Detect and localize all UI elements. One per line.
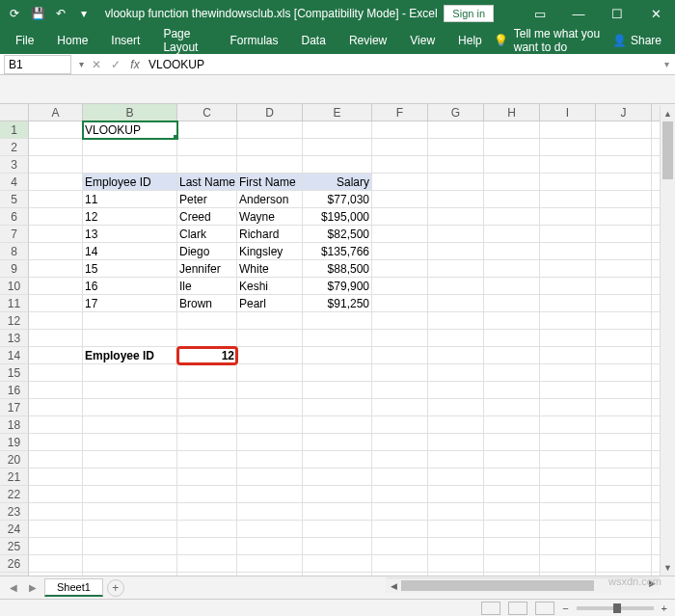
cell-D16[interactable] bbox=[237, 382, 303, 399]
row-header-24[interactable]: 24 bbox=[0, 521, 29, 538]
expand-formula-icon[interactable]: ▾ bbox=[658, 59, 675, 69]
cell-B11[interactable]: 17 bbox=[83, 295, 177, 312]
cell-C16[interactable] bbox=[177, 382, 237, 399]
cell-F13[interactable] bbox=[372, 330, 428, 347]
cell-A19[interactable] bbox=[29, 434, 83, 451]
close-button[interactable]: ✕ bbox=[636, 0, 675, 27]
cell-A8[interactable] bbox=[29, 243, 83, 260]
page-layout-view-icon[interactable] bbox=[508, 602, 527, 615]
cell-H3[interactable] bbox=[484, 156, 540, 174]
cell-A25[interactable] bbox=[29, 538, 83, 555]
cell-A7[interactable] bbox=[29, 226, 83, 243]
cell-B12[interactable] bbox=[83, 312, 177, 330]
cell-E14[interactable] bbox=[303, 347, 372, 364]
cancel-icon[interactable]: ✕ bbox=[87, 58, 106, 71]
sheet-tab[interactable]: Sheet1 bbox=[44, 578, 103, 597]
formula-input[interactable]: VLOOKUP bbox=[145, 58, 658, 71]
cell-C4[interactable]: Last Name bbox=[177, 174, 237, 191]
cell-F26[interactable] bbox=[372, 555, 428, 573]
cell-A2[interactable] bbox=[29, 139, 83, 156]
cell-G2[interactable] bbox=[428, 139, 484, 156]
scroll-left-icon[interactable]: ◀ bbox=[386, 581, 401, 591]
cell-C14[interactable]: 12 bbox=[177, 347, 237, 364]
cell-G1[interactable] bbox=[428, 121, 484, 139]
cell-A14[interactable] bbox=[29, 347, 83, 364]
cell-I27[interactable] bbox=[540, 573, 596, 576]
row-header-1[interactable]: 1 bbox=[0, 121, 29, 139]
cell-J12[interactable] bbox=[596, 312, 652, 330]
row-header-20[interactable]: 20 bbox=[0, 451, 29, 469]
cell-B22[interactable] bbox=[83, 486, 177, 503]
cell-F21[interactable] bbox=[372, 469, 428, 486]
cell-I20[interactable] bbox=[540, 451, 596, 469]
page-break-view-icon[interactable] bbox=[535, 602, 554, 615]
cell-D19[interactable] bbox=[237, 434, 303, 451]
row-header-16[interactable]: 16 bbox=[0, 382, 29, 399]
cell-J8[interactable] bbox=[596, 243, 652, 260]
cell-J2[interactable] bbox=[596, 139, 652, 156]
cell-H27[interactable] bbox=[484, 573, 540, 576]
cell-E7[interactable]: $82,500 bbox=[303, 226, 372, 243]
hscroll-thumb[interactable] bbox=[401, 580, 594, 591]
cell-D27[interactable] bbox=[237, 573, 303, 576]
cell-C3[interactable] bbox=[177, 156, 237, 174]
cell-I2[interactable] bbox=[540, 139, 596, 156]
cell-C25[interactable] bbox=[177, 538, 237, 555]
cell-C5[interactable]: Peter bbox=[177, 191, 237, 208]
cell-D4[interactable]: First Name bbox=[237, 174, 303, 191]
row-header-12[interactable]: 12 bbox=[0, 312, 29, 330]
row-header-15[interactable]: 15 bbox=[0, 364, 29, 382]
cell-I9[interactable] bbox=[540, 260, 596, 278]
cell-C21[interactable] bbox=[177, 469, 237, 486]
row-header-6[interactable]: 6 bbox=[0, 208, 29, 226]
cell-F1[interactable] bbox=[372, 121, 428, 139]
row-header-10[interactable]: 10 bbox=[0, 278, 29, 295]
ribbon-options-icon[interactable]: ▭ bbox=[521, 0, 559, 27]
cell-A26[interactable] bbox=[29, 555, 83, 573]
cell-F17[interactable] bbox=[372, 399, 428, 416]
cell-J15[interactable] bbox=[596, 364, 652, 382]
add-sheet-button[interactable]: + bbox=[107, 579, 124, 597]
cell-G13[interactable] bbox=[428, 330, 484, 347]
cell-I18[interactable] bbox=[540, 416, 596, 434]
redo-icon[interactable]: ▾ bbox=[75, 5, 93, 22]
cell-F18[interactable] bbox=[372, 416, 428, 434]
cell-B19[interactable] bbox=[83, 434, 177, 451]
row-header-9[interactable]: 9 bbox=[0, 260, 29, 278]
cell-A23[interactable] bbox=[29, 503, 83, 521]
cell-H6[interactable] bbox=[484, 208, 540, 226]
tab-page-layout[interactable]: Page Layout bbox=[151, 27, 218, 54]
cell-C23[interactable] bbox=[177, 503, 237, 521]
share-button[interactable]: 👤 Share bbox=[603, 34, 671, 47]
cell-J17[interactable] bbox=[596, 399, 652, 416]
row-header-25[interactable]: 25 bbox=[0, 538, 29, 555]
tell-me-box[interactable]: 💡 Tell me what you want to do bbox=[494, 27, 603, 54]
cell-I15[interactable] bbox=[540, 364, 596, 382]
zoom-in-icon[interactable]: + bbox=[662, 603, 667, 614]
cell-C18[interactable] bbox=[177, 416, 237, 434]
cell-G15[interactable] bbox=[428, 364, 484, 382]
cell-J7[interactable] bbox=[596, 226, 652, 243]
autosave-icon[interactable]: ⟳ bbox=[6, 5, 23, 22]
cell-H25[interactable] bbox=[484, 538, 540, 555]
cell-A22[interactable] bbox=[29, 486, 83, 503]
cell-G6[interactable] bbox=[428, 208, 484, 226]
cell-I24[interactable] bbox=[540, 521, 596, 538]
row-header-26[interactable]: 26 bbox=[0, 555, 29, 573]
cell-A3[interactable] bbox=[29, 156, 83, 174]
col-header-f[interactable]: F bbox=[372, 104, 428, 121]
cell-B17[interactable] bbox=[83, 399, 177, 416]
cell-D26[interactable] bbox=[237, 555, 303, 573]
cell-J23[interactable] bbox=[596, 503, 652, 521]
cell-J9[interactable] bbox=[596, 260, 652, 278]
cell-J11[interactable] bbox=[596, 295, 652, 312]
row-header-17[interactable]: 17 bbox=[0, 399, 29, 416]
cell-F9[interactable] bbox=[372, 260, 428, 278]
cell-H22[interactable] bbox=[484, 486, 540, 503]
cell-D14[interactable] bbox=[237, 347, 303, 364]
vertical-scrollbar[interactable]: ▲ ▼ bbox=[660, 106, 675, 576]
row-header-4[interactable]: 4 bbox=[0, 174, 29, 191]
cell-G22[interactable] bbox=[428, 486, 484, 503]
cell-J10[interactable] bbox=[596, 278, 652, 295]
cell-C10[interactable]: Ile bbox=[177, 278, 237, 295]
